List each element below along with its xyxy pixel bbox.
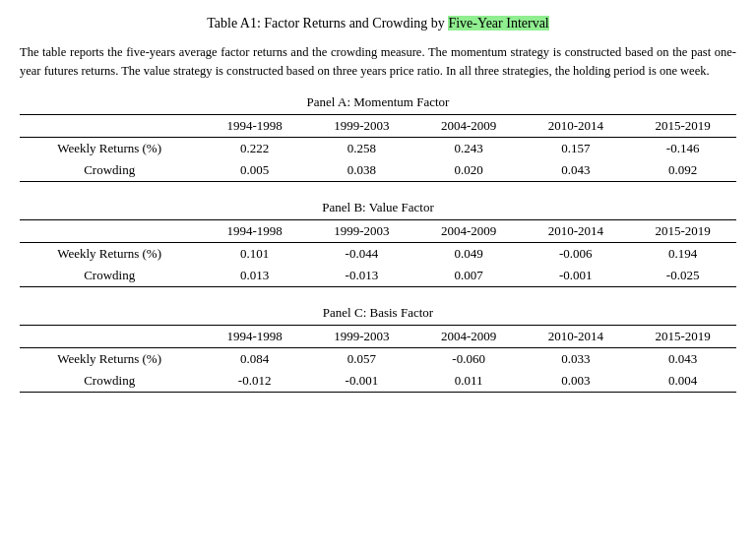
cell: 0.258 [308,137,415,159]
panel-a-title: Panel A: Momentum Factor [20,94,736,110]
panel-b-col-1: 1994-1998 [201,219,308,242]
panel-c-header-row: 1994-1998 1999-2003 2004-2009 2010-2014 … [20,325,736,347]
panel-c-col-3: 2004-2009 [415,325,523,347]
panel-b-header-row: 1994-1998 1999-2003 2004-2009 2010-2014 … [20,219,736,242]
table-row: Weekly Returns (%) 0.222 0.258 0.243 0.1… [20,137,736,159]
row-label: Crowding [20,370,201,393]
table-row: Crowding 0.013 -0.013 0.007 -0.001 -0.02… [20,265,736,287]
row-label: Weekly Returns (%) [20,137,201,159]
panel-a-container: Panel A: Momentum Factor 1994-1998 1999-… [20,94,736,182]
cell: 0.033 [522,347,629,370]
table-row: Weekly Returns (%) 0.084 0.057 -0.060 0.… [20,347,736,370]
cell: 0.243 [415,137,523,159]
cell: -0.044 [308,242,415,265]
panel-b-container: Panel B: Value Factor 1994-1998 1999-200… [20,200,736,287]
table-row: Crowding -0.012 -0.001 0.011 0.003 0.004 [20,370,736,393]
cell: -0.146 [629,137,736,159]
panel-a-col-label [20,114,201,137]
cell: 0.057 [308,347,415,370]
table-title: Table A1: Factor Returns and Crowding by… [20,16,736,31]
panel-b-col-5: 2015-2019 [629,219,736,242]
panel-a-col-4: 2010-2014 [522,114,629,137]
cell: -0.013 [308,265,415,287]
cell: 0.043 [629,347,736,370]
cell: 0.005 [201,159,308,182]
panel-a-col-1: 1994-1998 [201,114,308,137]
panel-c-container: Panel C: Basis Factor 1994-1998 1999-200… [20,305,736,393]
title-prefix: Table A1: Factor Returns and Crowding by [207,16,448,30]
panel-b-col-4: 2010-2014 [522,219,629,242]
panel-b-title: Panel B: Value Factor [20,200,736,215]
cell: 0.194 [629,242,736,265]
cell: -0.001 [522,265,629,287]
cell: 0.004 [629,370,736,393]
panel-c-col-2: 1999-2003 [308,325,415,347]
cell: -0.012 [201,370,308,393]
panel-c-table: 1994-1998 1999-2003 2004-2009 2010-2014 … [20,325,736,393]
cell: 0.049 [415,242,523,265]
panel-c-col-4: 2010-2014 [522,325,629,347]
panel-b-col-3: 2004-2009 [415,219,523,242]
cell: -0.025 [629,265,736,287]
cell: 0.092 [629,159,736,182]
cell: 0.157 [522,137,629,159]
panel-c-col-1: 1994-1998 [201,325,308,347]
table-row: Weekly Returns (%) 0.101 -0.044 0.049 -0… [20,242,736,265]
row-label: Weekly Returns (%) [20,347,201,370]
panel-a-col-3: 2004-2009 [415,114,523,137]
row-label: Crowding [20,159,201,182]
panel-c-title: Panel C: Basis Factor [20,305,736,321]
cell: 0.101 [201,242,308,265]
description-text: The table reports the five-years average… [20,43,736,81]
row-label: Weekly Returns (%) [20,242,201,265]
cell: -0.060 [415,347,523,370]
cell: 0.003 [522,370,629,393]
panel-a-col-2: 1999-2003 [308,114,415,137]
cell: 0.007 [415,265,523,287]
panel-c-col-label [20,325,201,347]
panel-a-table: 1994-1998 1999-2003 2004-2009 2010-2014 … [20,114,736,182]
panel-c-col-5: 2015-2019 [629,325,736,347]
panel-b-col-2: 1999-2003 [308,219,415,242]
panel-a-header-row: 1994-1998 1999-2003 2004-2009 2010-2014 … [20,114,736,137]
cell: -0.001 [308,370,415,393]
cell: -0.006 [522,242,629,265]
panel-b-col-label [20,219,201,242]
cell: 0.043 [522,159,629,182]
cell: 0.038 [308,159,415,182]
panel-b-table: 1994-1998 1999-2003 2004-2009 2010-2014 … [20,219,736,287]
cell: 0.011 [415,370,523,393]
cell: 0.013 [201,265,308,287]
table-row: Crowding 0.005 0.038 0.020 0.043 0.092 [20,159,736,182]
cell: 0.222 [201,137,308,159]
row-label: Crowding [20,265,201,287]
cell: 0.084 [201,347,308,370]
panel-a-col-5: 2015-2019 [629,114,736,137]
title-highlighted: Five-Year Interval [448,16,548,30]
cell: 0.020 [415,159,523,182]
